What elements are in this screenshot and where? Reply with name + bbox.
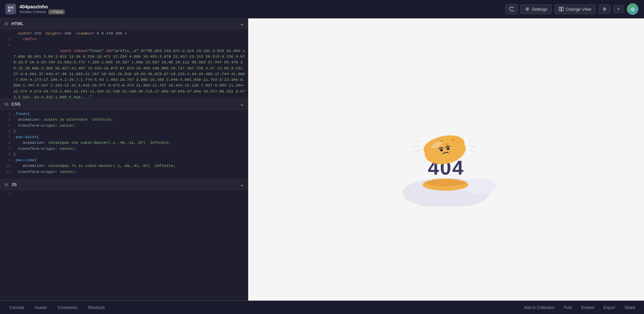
js-code-area[interactable]: 1 [0, 190, 248, 300]
svg-rect-1 [11, 6, 13, 9]
svg-rect-2 [8, 9, 10, 12]
code-line: 1 [0, 191, 248, 197]
layout-icon [559, 7, 564, 11]
js-collapse-button[interactable]: ⌄ [239, 181, 244, 188]
console-tab[interactable]: Console [5, 304, 28, 311]
svg-point-4 [527, 8, 528, 10]
change-view-label: Change View [566, 7, 591, 12]
svg-point-7 [6, 23, 7, 24]
nav-right: Settings Change View G [505, 3, 639, 15]
js-gear-icon [4, 182, 9, 187]
css-gear-icon [4, 102, 9, 107]
top-nav: 404paozinho Genaro Colosso + Follow Sett… [0, 0, 644, 18]
html-section: HTML ⌄ width= 470 height= 290 viewBox= 0… [0, 18, 248, 99]
bottom-actions: Add to Collection Fork Embed Export Shar… [521, 304, 639, 311]
code-line: 9 .pao-cima{ [0, 157, 248, 163]
code-line: 7 transform-origin: center; [0, 146, 248, 151]
svg-point-9 [6, 184, 7, 185]
svg-point-13 [425, 180, 466, 186]
html-collapse-button[interactable]: ⌄ [239, 20, 244, 27]
avatar-button[interactable]: G [627, 3, 639, 15]
svg-rect-6 [561, 7, 563, 11]
code-line: 3 transform-origin: center; [0, 123, 248, 128]
svg-point-11 [463, 178, 496, 195]
lightning-button[interactable] [598, 4, 610, 14]
add-to-collection-button[interactable]: Add to Collection [521, 304, 558, 311]
code-line: 1 .fundo{ [0, 111, 248, 117]
chevron-down-icon [617, 7, 620, 11]
code-line: 11 transform-origin: center; [0, 169, 248, 175]
code-line: 6 animation: rotatepao 14s cubic-bezier(… [0, 140, 248, 145]
css-section-label: CSS [11, 102, 20, 107]
bottom-bar: Console Assets Comments Shortcuts Add to… [0, 301, 644, 314]
svg-line-25 [415, 150, 419, 151]
svg-line-26 [470, 141, 474, 142]
share-button[interactable]: Share [621, 304, 639, 311]
code-line: width= 470 height= 290 viewBox= 0 0 470 … [0, 30, 248, 36]
change-view-button[interactable]: Change View [554, 4, 596, 14]
lightning-icon [602, 7, 607, 11]
main-content: HTML ⌄ width= 470 height= 290 viewBox= 0… [0, 18, 644, 301]
settings-button[interactable]: Settings [521, 4, 552, 14]
embed-button[interactable]: Embed [578, 304, 597, 311]
js-section: JS ⌄ 1 [0, 179, 248, 301]
avatar: G [627, 3, 639, 15]
code-line: 4 } [0, 128, 248, 134]
css-section-header: CSS ⌄ [0, 99, 248, 110]
assets-tab[interactable]: Assets [31, 304, 51, 311]
code-line: 8 } [0, 151, 248, 157]
shortcuts-tab[interactable]: Shortcuts [84, 304, 109, 311]
gear-icon [525, 7, 530, 11]
project-icon [5, 4, 16, 14]
js-section-label: JS [11, 182, 17, 187]
follow-button[interactable]: + Follow [48, 9, 65, 14]
html-code-area[interactable]: width= 470 height= 290 viewBox= 0 0 470 … [0, 29, 248, 99]
html-section-label: HTML [11, 21, 23, 26]
project-info: 404paozinho Genaro Colosso + Follow [19, 4, 65, 14]
code-line: 6 <path class="fundo" id="prefix__a" d="… [0, 42, 248, 99]
css-code-area[interactable]: 1 .fundo{ 2 animation: scales 3s alterna… [0, 110, 248, 179]
project-title: 404paozinho [19, 4, 65, 9]
html-gear-icon [4, 21, 9, 26]
project-author-row: Genaro Colosso + Follow [19, 9, 65, 14]
dropdown-button[interactable] [613, 5, 624, 13]
code-line: 5 .pao-baixo{ [0, 134, 248, 140]
svg-point-8 [6, 103, 7, 105]
comments-tab[interactable]: Comments [54, 304, 81, 311]
code-line: 10 animation: rotatepao 7s 1s cubic-bezi… [0, 163, 248, 169]
css-collapse-button[interactable]: ⌄ [239, 101, 244, 107]
editor-panel: HTML ⌄ width= 470 height= 290 viewBox= 0… [0, 18, 248, 301]
svg-rect-5 [559, 7, 561, 11]
fork-button[interactable]: Fork [560, 304, 575, 311]
preview-panel: 404 [248, 18, 644, 301]
code-line: 5 <defs> [0, 36, 248, 42]
svg-rect-0 [8, 6, 10, 9]
export-button[interactable]: Export [600, 304, 619, 311]
svg-line-23 [415, 141, 419, 142]
svg-line-28 [470, 150, 474, 151]
settings-label: Settings [532, 7, 547, 12]
html-section-header: HTML ⌄ [0, 18, 248, 29]
author-name: Genaro Colosso [19, 10, 46, 14]
like-button[interactable] [505, 4, 518, 14]
js-section-header: JS ⌄ [0, 179, 248, 190]
svg-rect-3 [11, 9, 13, 12]
css-section: CSS ⌄ 1 .fundo{ 2 animation: scales 3s a… [0, 99, 248, 179]
preview-illustration: 404 [392, 113, 500, 206]
code-line: 2 animation: scales 3s alternate infinit… [0, 117, 248, 122]
bottom-tabs: Console Assets Comments Shortcuts [5, 304, 109, 311]
nav-left: 404paozinho Genaro Colosso + Follow [5, 4, 65, 14]
